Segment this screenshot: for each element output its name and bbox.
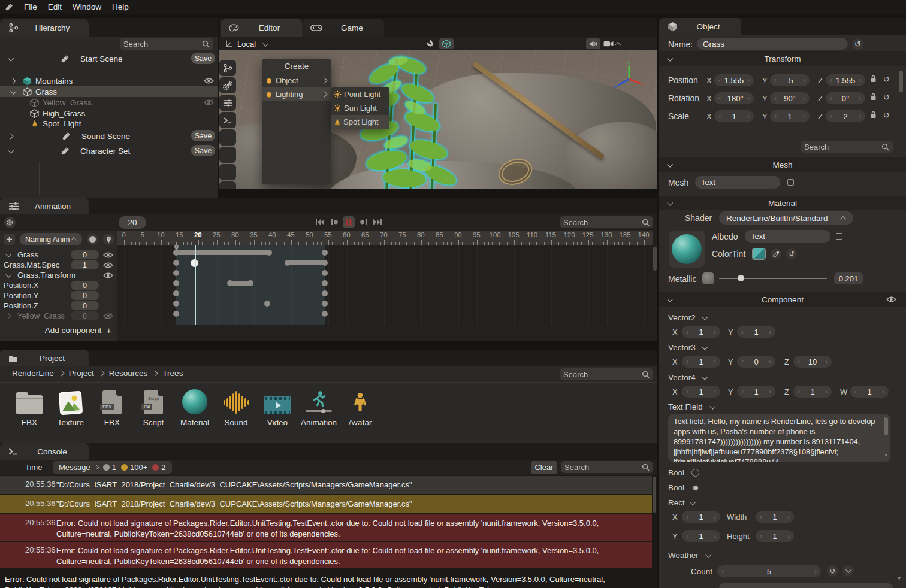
count-reset-button[interactable]: ↺ [827,565,838,577]
stepper-left-icon[interactable] [740,358,745,365]
lock-icon[interactable] [870,75,877,83]
inspector-search-input[interactable] [804,143,878,151]
save-character-set-button[interactable]: Save [191,145,215,156]
chevron-right-icon[interactable] [10,78,16,84]
keyframe-dot[interactable] [322,290,328,296]
keyframe-dot[interactable] [322,250,328,256]
animation-search-input[interactable] [563,218,638,227]
keyframe-dot[interactable] [322,301,328,307]
console-search-input[interactable] [564,463,638,472]
stepper-right-icon[interactable] [768,358,772,365]
track-row-grass-mat-spec[interactable]: Grass.Mat.Spec 1 [0,260,117,270]
component-section-header[interactable]: Component [659,292,906,307]
stepper-right-icon[interactable] [857,95,862,102]
stepper-left-icon[interactable] [720,568,725,575]
chevron-down-icon[interactable] [262,40,268,46]
console-row[interactable]: 20:55:36 Error: Could not load signature… [0,542,652,568]
text-field-textarea[interactable]: Text field, Hello, my name is RenderLine… [668,414,890,462]
chevron-down-icon[interactable] [10,88,16,94]
colortint-reset-button[interactable]: ↺ [786,248,797,259]
track-row-position-z[interactable]: Position.Z 0 [0,301,117,311]
keyframe-dot[interactable] [322,311,328,317]
keyframe-dot[interactable] [285,260,291,266]
chevron-down-icon[interactable] [702,374,708,380]
position-x-field[interactable]: 1.555 [714,74,754,86]
stepper-left-icon[interactable] [740,388,745,395]
viewport-hierarchy-tool[interactable] [219,60,236,76]
visibility-eye-icon[interactable] [103,251,113,259]
count-expand-button[interactable] [842,565,854,577]
visibility-eye-icon[interactable] [204,77,214,84]
stepper-right-icon[interactable] [857,77,862,84]
keyframe-dot[interactable] [264,301,270,307]
keyframe-dot[interactable] [266,250,272,256]
chevron-down-icon[interactable] [8,147,14,153]
tree-item-mountains[interactable]: Mountains [0,75,218,86]
hierarchy-search-input[interactable] [123,40,198,49]
message-column-label[interactable]: Message [59,463,90,472]
breadcrumb-resources[interactable]: Resources [109,369,148,378]
track-row-grass[interactable]: Grass 0 [0,250,117,260]
chevron-down-icon[interactable] [702,314,708,320]
asset-fbx-folder[interactable]: FBX [10,387,49,427]
breadcrumb-renderline[interactable]: RenderLine [12,369,54,378]
chevron-down-icon[interactable] [5,251,11,257]
track-value[interactable]: 0 [71,311,99,320]
tab-game[interactable]: Game [302,19,384,37]
vector4-y-field[interactable]: 1 [737,386,775,398]
menu-window[interactable]: Window [73,2,101,11]
position-y-field[interactable]: -5 [770,74,810,86]
stepper-left-icon[interactable] [717,77,722,84]
keyframe-dot[interactable] [322,280,328,286]
viewport-empty-tool-1[interactable] [219,129,236,146]
animation-timeline[interactable]: 0510152025303540455055606570758085909510… [117,231,657,341]
stepper-right-icon[interactable] [802,77,807,84]
clip-dropdown[interactable]: Naming Anim [20,233,82,245]
stepper-right-icon[interactable] [786,513,791,520]
stepper-left-icon[interactable] [685,358,690,365]
chevron-right-icon[interactable] [8,133,14,139]
weather-count-field[interactable]: 5 [717,565,821,577]
asset-sound[interactable]: Sound [216,387,256,427]
track-value[interactable]: 0 [71,281,99,290]
tab-hierarchy[interactable]: Hierarchy [0,19,89,37]
viewport-console-tool[interactable] [219,112,236,128]
chevron-down-icon[interactable] [702,344,708,350]
mesh-section-header[interactable]: Mesh [659,157,906,172]
scale-z-field[interactable]: 2 [826,110,865,122]
keyframe-bar[interactable] [288,260,325,265]
track-value[interactable]: 0 [71,291,99,300]
lock-icon[interactable] [870,111,877,119]
stepper-left-icon[interactable] [740,328,745,335]
vector3-z-field[interactable]: 10 [793,356,832,368]
stepper-left-icon[interactable] [829,113,833,120]
metallic-slider-handle[interactable] [738,275,744,281]
stepper-left-icon[interactable] [685,532,690,539]
reset-icon[interactable]: ↺ [883,93,890,101]
reset-icon[interactable]: ↺ [883,75,890,83]
scroll-down-icon[interactable]: ▾ [898,575,901,581]
timeline-playhead[interactable] [195,245,196,325]
project-search-input[interactable] [563,370,638,379]
stepper-right-icon[interactable] [824,358,829,365]
chevron-down-icon[interactable] [709,404,715,410]
save-sound-scene-button[interactable]: Save [191,130,215,141]
material-section-header[interactable]: Material [659,196,906,210]
reset-icon[interactable]: ↺ [883,111,890,119]
track-row-position-x[interactable]: Position.X 0 [0,280,117,290]
tree-item-high-grass[interactable]: High_Grass [0,108,218,119]
albedo-picker-button[interactable] [836,233,842,240]
previous-key-button[interactable] [328,216,340,228]
stepper-left-icon[interactable] [796,388,801,395]
stepper-right-icon[interactable] [712,358,717,365]
stepper-left-icon[interactable] [853,388,858,395]
filter-error[interactable]: 2 [152,463,165,472]
timeline-pin-icon[interactable] [174,244,179,251]
rotation-y-field[interactable]: 90° [770,92,810,104]
menu-help[interactable]: Help [112,2,129,11]
menu-item-point-light[interactable]: Point Light [331,87,389,101]
visibility-eye-off-icon[interactable] [204,99,214,106]
bool-radio-checked[interactable] [691,484,699,492]
vector2-x-field[interactable]: 1 [682,326,720,338]
lock-icon[interactable] [870,93,877,101]
